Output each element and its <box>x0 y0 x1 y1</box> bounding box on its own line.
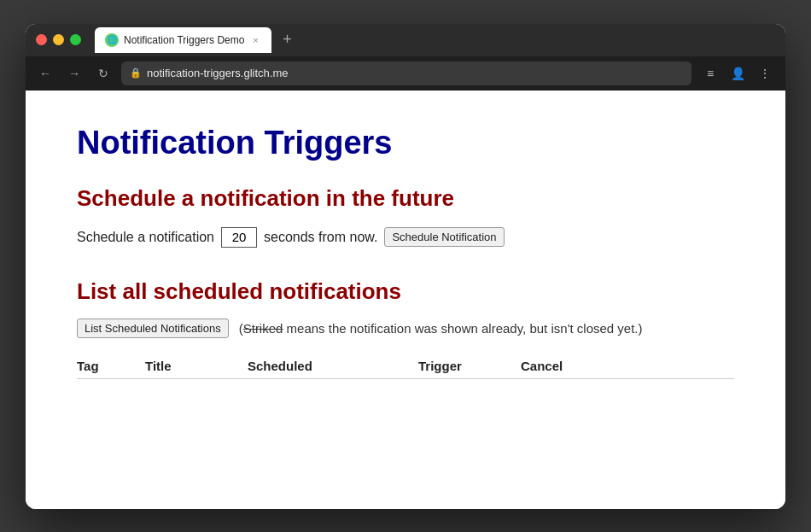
new-tab-button[interactable]: + <box>275 28 299 52</box>
url-bar[interactable]: 🔒 notification-triggers.glitch.me <box>121 61 691 85</box>
schedule-label-before: Schedule a notification <box>77 230 214 245</box>
lock-icon: 🔒 <box>130 67 142 79</box>
tab-favicon: 🌐 <box>105 33 119 47</box>
profile-icon-button[interactable]: 👤 <box>726 61 750 85</box>
url-text: notification-triggers.glitch.me <box>147 67 683 79</box>
toolbar-right: ≡ 👤 ⋮ <box>698 61 777 85</box>
striked-word: Striked <box>243 321 283 336</box>
schedule-label-after: seconds from now. <box>264 230 377 245</box>
address-bar: ← → ↻ 🔒 notification-triggers.glitch.me … <box>26 56 785 91</box>
back-button[interactable]: ← <box>34 62 56 85</box>
reload-button[interactable]: ↻ <box>92 62 114 85</box>
striked-note: (Striked means the notification was show… <box>239 321 643 336</box>
more-icon-button[interactable]: ⋮ <box>753 61 777 85</box>
page-content: Notification Triggers Schedule a notific… <box>26 91 785 509</box>
menu-icon-button[interactable]: ≡ <box>698 61 722 85</box>
close-button[interactable] <box>36 34 47 45</box>
maximize-button[interactable] <box>70 34 81 45</box>
col-title: Title <box>145 359 248 373</box>
col-cancel: Cancel <box>521 359 606 373</box>
schedule-section-heading: Schedule a notification in the future <box>77 185 734 212</box>
seconds-input[interactable] <box>221 227 257 248</box>
schedule-row: Schedule a notification seconds from now… <box>77 227 734 248</box>
forward-button[interactable]: → <box>63 62 85 85</box>
list-scheduled-notifications-button[interactable]: List Scheduled Notifications <box>77 319 229 338</box>
list-controls: List Scheduled Notifications (Striked me… <box>77 319 734 338</box>
minimize-button[interactable] <box>53 34 64 45</box>
list-section-heading: List all scheduled notifications <box>77 278 734 305</box>
col-trigger: Trigger <box>418 359 521 373</box>
traffic-lights <box>36 34 81 45</box>
table-header: Tag Title Scheduled Trigger Cancel <box>77 359 734 379</box>
page-title: Notification Triggers <box>77 125 734 161</box>
title-bar: 🌐 Notification Triggers Demo × + <box>26 24 785 56</box>
schedule-notification-button[interactable]: Schedule Notification <box>384 227 504 247</box>
tab-area: 🌐 Notification Triggers Demo × + <box>95 27 775 53</box>
browser-window: 🌐 Notification Triggers Demo × + ← → ↻ 🔒… <box>26 24 785 509</box>
tab-close-button[interactable]: × <box>249 34 261 46</box>
col-tag: Tag <box>77 359 145 373</box>
note-rest: means the notification was shown already… <box>283 321 642 336</box>
col-scheduled: Scheduled <box>248 359 418 373</box>
active-tab[interactable]: 🌐 Notification Triggers Demo × <box>95 27 271 53</box>
tab-title: Notification Triggers Demo <box>124 34 244 46</box>
